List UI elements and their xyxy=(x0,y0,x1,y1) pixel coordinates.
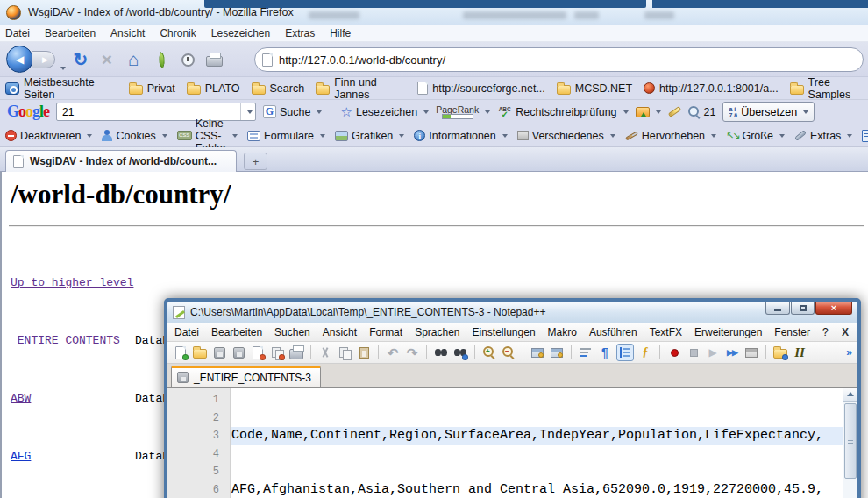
url-bar[interactable] xyxy=(254,47,864,72)
google-bookmarks-button[interactable]: ☆Lesezeichen xyxy=(340,105,429,118)
translate-button[interactable]: a í7 äÜbersetzen xyxy=(722,102,815,122)
open-containing-folder-icon[interactable] xyxy=(772,345,788,360)
scroll-up-icon[interactable] xyxy=(843,388,857,402)
menu-bearbeiten[interactable]: Bearbeiten xyxy=(45,27,96,39)
url-input[interactable] xyxy=(279,53,863,67)
notepad-titlebar[interactable]: C:\Users\Martin\AppData\Local\Temp\_ENTI… xyxy=(167,302,857,323)
back-button[interactable]: ◀ xyxy=(6,46,33,73)
history-dropdown[interactable] xyxy=(58,58,66,74)
menu-chronik[interactable]: Chronik xyxy=(160,27,196,39)
new-file-icon[interactable] xyxy=(173,345,189,360)
up-link[interactable]: Up to higher level xyxy=(11,274,516,293)
macro-play-icon[interactable]: ▶ xyxy=(705,345,721,360)
show-all-chars-icon[interactable]: ¶ xyxy=(597,345,613,360)
find-count-widget[interactable]: 21 xyxy=(688,106,716,118)
zoom-in-icon[interactable]: + xyxy=(481,345,497,360)
bookmark-localhost-8001[interactable]: http://127.0.0.1:8001/a... xyxy=(644,82,779,95)
bookmark-plato[interactable]: PLATO xyxy=(187,82,240,95)
menu-ansicht[interactable]: Ansicht xyxy=(110,27,145,39)
close-button[interactable]: × xyxy=(815,302,852,315)
macro-save-icon[interactable] xyxy=(743,345,759,360)
webdev-grafiken[interactable]: Grafiken xyxy=(335,130,404,142)
function-completion-icon[interactable]: ƒ xyxy=(637,345,653,360)
stop-icon[interactable]: × xyxy=(96,49,117,70)
cut-icon[interactable] xyxy=(317,345,333,360)
sage-leaf-icon[interactable] xyxy=(151,49,172,70)
document-tab[interactable]: _ENTIRE_CONTENTS-3 xyxy=(171,366,321,387)
paste-icon[interactable] xyxy=(356,345,372,360)
sync-vertical-icon[interactable] xyxy=(530,345,545,360)
spellcheck-button[interactable]: ABC✓Rechtschreibprüfung xyxy=(497,106,628,118)
npp-menu-sprachen[interactable]: Sprachen xyxy=(415,326,459,338)
open-file-icon[interactable] xyxy=(192,345,208,360)
webdev-verschiedenes[interactable]: Verschiedenes xyxy=(517,130,615,142)
webdev-quelltext[interactable]: Quelltext xyxy=(862,130,868,142)
listing-link[interactable]: _ENTIRE_CONTENTS xyxy=(11,331,135,351)
editor-text[interactable]: Code,Name,Continent,Region,SurfaceArea,I… xyxy=(231,388,843,498)
webdev-extras[interactable]: Extras xyxy=(794,130,852,142)
maximize-button[interactable] xyxy=(791,302,815,315)
close-document-x[interactable]: X xyxy=(842,326,849,338)
menu-lesezeichen[interactable]: Lesezeichen xyxy=(211,27,270,39)
webdev-deaktivieren[interactable]: Deaktivieren xyxy=(5,130,92,142)
bookmark-meistbesuchte-seiten[interactable]: Meistbesuchte Seiten xyxy=(5,76,117,101)
close-all-icon[interactable] xyxy=(269,345,285,360)
copy-icon[interactable] xyxy=(337,345,352,360)
npp-menu-ausfuehren[interactable]: Ausführen xyxy=(589,326,637,338)
minimize-button[interactable] xyxy=(765,302,790,315)
redo-icon[interactable]: ↷ xyxy=(404,345,420,360)
find-icon[interactable] xyxy=(433,345,449,360)
bookmark-mcsd-net[interactable]: MCSD.NET xyxy=(557,82,632,95)
npp-menu-textfx[interactable]: TextFX xyxy=(650,326,682,338)
close-file-icon[interactable] xyxy=(250,345,266,360)
browser-tab[interactable]: WsgiDAV - Index of /world-db/count... xyxy=(5,150,237,172)
npp-menu-makro[interactable]: Makro xyxy=(548,326,577,338)
webdev-formulare[interactable]: Formulare xyxy=(247,130,325,142)
save-all-icon[interactable] xyxy=(231,345,246,360)
editor-scrollbar[interactable] xyxy=(843,388,857,498)
history-clock-icon[interactable] xyxy=(177,49,198,70)
webdev-groesse[interactable]: ↖↘Größe xyxy=(726,130,785,142)
npp-menu-help[interactable]: ? xyxy=(822,326,829,338)
npp-menu-ansicht[interactable]: Ansicht xyxy=(323,326,357,338)
print-icon[interactable] xyxy=(203,49,224,70)
sync-horizontal-icon[interactable] xyxy=(549,345,565,360)
npp-menu-fenster[interactable]: Fenster xyxy=(774,326,810,338)
menu-datei[interactable]: Datei xyxy=(5,27,30,39)
home-icon[interactable]: ⌂ xyxy=(123,49,144,70)
npp-menu-datei[interactable]: Datei xyxy=(174,326,199,338)
npp-menu-suchen[interactable]: Suchen xyxy=(274,326,310,338)
firefox-titlebar[interactable]: WsgiDAV - Index of /world-db/country/ - … xyxy=(0,0,868,25)
webdev-informationen[interactable]: iInformationen xyxy=(414,130,507,142)
macro-run-multiple-icon[interactable]: ▶▶ xyxy=(724,345,740,360)
webdev-cookies[interactable]: Cookies xyxy=(102,130,167,142)
indent-guide-icon[interactable] xyxy=(616,344,634,361)
pagerank-widget[interactable]: PageRank xyxy=(436,105,490,119)
macro-record-icon[interactable] xyxy=(666,345,682,360)
macro-stop-icon[interactable] xyxy=(686,345,701,360)
forward-button[interactable]: ▶ xyxy=(32,51,55,68)
reload-icon[interactable]: ↻ xyxy=(70,49,91,70)
search-history-dropdown[interactable] xyxy=(240,103,255,120)
menu-extras[interactable]: Extras xyxy=(285,27,315,39)
npp-menu-format[interactable]: Format xyxy=(369,326,402,338)
zoom-out-icon[interactable]: − xyxy=(501,345,516,360)
replace-icon[interactable] xyxy=(452,345,468,360)
listing-link[interactable]: ABW xyxy=(11,389,135,409)
npp-menu-bearbeiten[interactable]: Bearbeiten xyxy=(211,326,262,338)
webdev-hervorheben[interactable]: Hervorheben xyxy=(625,130,716,142)
print-icon[interactable] xyxy=(288,345,304,360)
google-search-button[interactable]: GSuche xyxy=(263,105,322,118)
listing-link[interactable]: AFG xyxy=(11,447,135,466)
new-tab-button[interactable]: + xyxy=(244,153,267,170)
scrollbar-thumb[interactable] xyxy=(844,403,857,479)
npp-menu-erweiterungen[interactable]: Erweiterungen xyxy=(694,326,762,338)
view-in-html-icon[interactable]: H xyxy=(792,345,808,360)
google-search-input[interactable] xyxy=(57,106,240,118)
bookmark-search[interactable]: Search xyxy=(252,82,305,95)
npp-menu-einstellungen[interactable]: Einstellungen xyxy=(473,326,536,338)
highlighter-button[interactable] xyxy=(668,110,681,114)
bookmark-privat[interactable]: Privat xyxy=(129,82,175,95)
menu-hilfe[interactable]: Hilfe xyxy=(330,27,351,39)
bookmark-finn-und-jannes[interactable]: Finn und Jannes xyxy=(316,76,406,101)
